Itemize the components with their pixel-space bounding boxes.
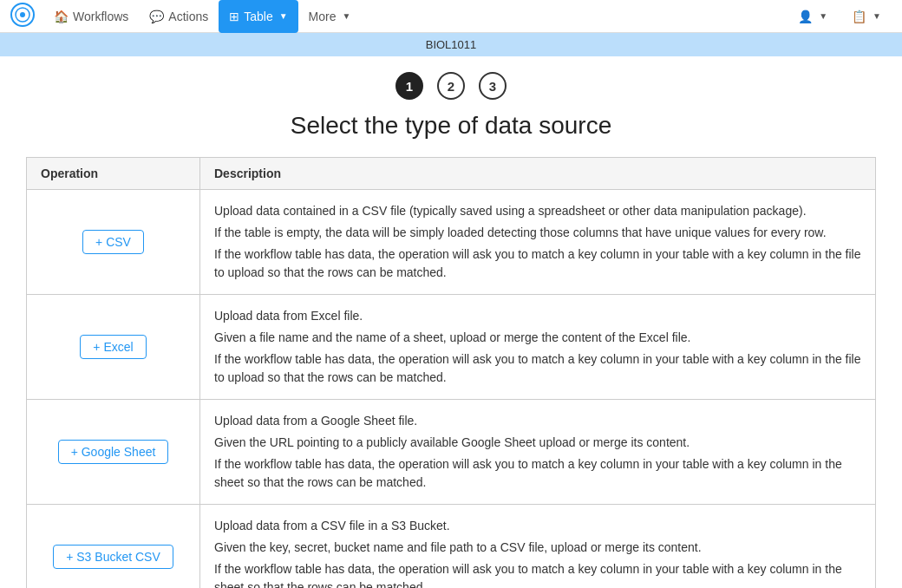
app-logo [10,3,43,29]
workflows-nav[interactable]: 🏠 Workflows [43,0,139,33]
description-text: If the workflow table has data, the oper… [214,245,861,282]
step-1: 1 [395,72,423,100]
svg-point-2 [20,12,25,17]
operation-cell: + Excel [27,295,200,400]
description-cell: Upload data from a CSV file in a S3 Buck… [200,505,876,589]
description-cell: Upload data contained in a CSV file (typ… [200,190,876,295]
clipboard-icon: 📋 [852,10,866,23]
description-text: Upload data from a CSV file in a S3 Buck… [214,517,861,535]
course-banner: BIOL1011 [0,33,902,56]
user-icon: 👤 [798,10,813,23]
table-row: + S3 Bucket CSVUpload data from a CSV fi… [27,505,876,589]
description-text: Upload data contained in a CSV file (typ… [214,202,861,220]
table-row: + CSVUpload data contained in a CSV file… [27,190,876,295]
data-source-table: Operation Description + CSVUpload data c… [26,157,876,588]
settings-menu[interactable]: 📋 ▼ [841,0,892,33]
navbar: 🏠 Workflows 💬 Actions ⊞ Table ▼ More ▼ 👤… [0,0,902,33]
col-operation-header: Operation [27,158,200,190]
op-button-2[interactable]: + Google Sheet [58,440,169,464]
workflows-label: Workflows [73,10,128,23]
course-name: BIOL1011 [426,38,477,51]
user-dropdown-arrow: ▼ [819,11,827,21]
user-menu[interactable]: 👤 ▼ [788,0,838,33]
steps-indicator: 1 2 3 [0,56,902,107]
actions-label: Actions [168,10,208,23]
nav-right: 👤 ▼ 📋 ▼ [788,0,892,33]
more-dropdown-arrow: ▼ [343,11,351,21]
step-3: 3 [479,72,507,100]
table-icon: ⊞ [229,10,239,23]
main-content: Operation Description + CSVUpload data c… [0,157,902,588]
op-button-0[interactable]: + CSV [82,230,144,254]
more-label: More [309,10,337,23]
description-text: If the table is empty, the data will be … [214,224,861,242]
description-cell: Upload data from Excel file.Given a file… [200,295,876,400]
operation-cell: + Google Sheet [27,400,200,505]
table-header-row: Operation Description [27,158,876,190]
step-2: 2 [437,72,465,100]
table-row: + ExcelUpload data from Excel file.Given… [27,295,876,400]
comment-icon: 💬 [149,10,164,23]
op-button-1[interactable]: + Excel [80,335,146,359]
more-nav[interactable]: More ▼ [298,0,362,33]
table-dropdown-arrow: ▼ [279,11,288,21]
operation-cell: + CSV [27,190,200,295]
settings-dropdown-arrow: ▼ [873,11,881,21]
description-text: Given the URL pointing to a publicly ava… [214,434,861,452]
op-button-3[interactable]: + S3 Bucket CSV [53,545,173,569]
description-text: If the workflow table has data, the oper… [214,455,861,492]
description-text: Upload data from a Google Sheet file. [214,412,861,430]
description-text: Upload data from Excel file. [214,307,861,325]
table-row: + Google SheetUpload data from a Google … [27,400,876,505]
operation-cell: + S3 Bucket CSV [27,505,200,589]
description-text: Given a file name and the name of a shee… [214,329,861,347]
page-title: Select the type of data source [0,112,902,140]
description-text: If the workflow table has data, the oper… [214,350,861,387]
actions-nav[interactable]: 💬 Actions [139,0,219,33]
description-text: If the workflow table has data, the oper… [214,560,861,588]
description-text: Given the key, secret, bucket name and f… [214,539,861,557]
description-cell: Upload data from a Google Sheet file.Giv… [200,400,876,505]
table-label: Table [244,10,272,23]
home-icon: 🏠 [54,10,69,23]
col-description-header: Description [200,158,876,190]
table-nav[interactable]: ⊞ Table ▼ [219,0,297,33]
